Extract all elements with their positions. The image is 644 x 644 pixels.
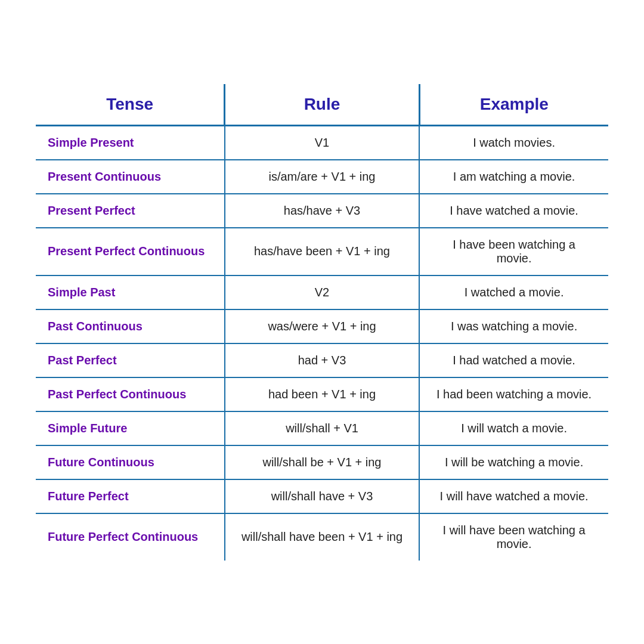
cell-example: I will have watched a movie. xyxy=(419,479,608,513)
header-row: Tense Rule Example xyxy=(36,84,608,126)
table-row: Past Continuouswas/were + V1 + ingI was … xyxy=(36,309,608,343)
cell-tense: Future Continuous xyxy=(36,445,225,479)
table-row: Past Perfecthad + V3I had watched a movi… xyxy=(36,343,608,377)
table-row: Simple PastV2I watched a movie. xyxy=(36,275,608,309)
cell-rule: V1 xyxy=(225,125,419,160)
cell-rule: V2 xyxy=(225,275,419,309)
cell-rule: has/have been + V1 + ing xyxy=(225,228,419,275)
cell-rule: will/shall have + V3 xyxy=(225,479,419,513)
cell-example: I watch movies. xyxy=(419,125,608,160)
header-example: Example xyxy=(419,84,608,126)
cell-rule: had + V3 xyxy=(225,343,419,377)
cell-rule: is/am/are + V1 + ing xyxy=(225,160,419,194)
cell-example: I watched a movie. xyxy=(419,275,608,309)
cell-example: I will watch a movie. xyxy=(419,411,608,445)
cell-tense: Simple Past xyxy=(36,275,225,309)
table-row: Future Perfect Continuouswill/shall have… xyxy=(36,513,608,561)
table-row: Future Continuouswill/shall be + V1 + in… xyxy=(36,445,608,479)
cell-example: I have been watching a movie. xyxy=(419,228,608,275)
table-row: Present Continuousis/am/are + V1 + ingI … xyxy=(36,160,608,194)
table-row: Past Perfect Continuoushad been + V1 + i… xyxy=(36,377,608,411)
cell-rule: will/shall have been + V1 + ing xyxy=(225,513,419,561)
main-container: Tense Rule Example Simple PresentV1I wat… xyxy=(36,84,608,561)
cell-rule: was/were + V1 + ing xyxy=(225,309,419,343)
header-rule: Rule xyxy=(225,84,419,126)
cell-example: I will be watching a movie. xyxy=(419,445,608,479)
cell-example: I have watched a movie. xyxy=(419,194,608,228)
table-row: Future Perfectwill/shall have + V3I will… xyxy=(36,479,608,513)
tense-table: Tense Rule Example Simple PresentV1I wat… xyxy=(36,84,608,561)
cell-tense: Future Perfect Continuous xyxy=(36,513,225,561)
cell-tense: Future Perfect xyxy=(36,479,225,513)
cell-tense: Present Perfect Continuous xyxy=(36,228,225,275)
cell-tense: Present Continuous xyxy=(36,160,225,194)
cell-rule: will/shall be + V1 + ing xyxy=(225,445,419,479)
cell-example: I was watching a movie. xyxy=(419,309,608,343)
cell-rule: had been + V1 + ing xyxy=(225,377,419,411)
cell-example: I will have been watching a movie. xyxy=(419,513,608,561)
cell-tense: Simple Future xyxy=(36,411,225,445)
cell-rule: will/shall + V1 xyxy=(225,411,419,445)
cell-tense: Simple Present xyxy=(36,125,225,160)
table-row: Simple PresentV1I watch movies. xyxy=(36,125,608,160)
table-row: Present Perfect Continuoushas/have been … xyxy=(36,228,608,275)
cell-tense: Past Perfect Continuous xyxy=(36,377,225,411)
cell-tense: Past Continuous xyxy=(36,309,225,343)
cell-rule: has/have + V3 xyxy=(225,194,419,228)
cell-tense: Past Perfect xyxy=(36,343,225,377)
cell-tense: Present Perfect xyxy=(36,194,225,228)
header-tense: Tense xyxy=(36,84,225,126)
cell-example: I had been watching a movie. xyxy=(419,377,608,411)
cell-example: I am watching a movie. xyxy=(419,160,608,194)
table-row: Simple Futurewill/shall + V1I will watch… xyxy=(36,411,608,445)
cell-example: I had watched a movie. xyxy=(419,343,608,377)
table-row: Present Perfecthas/have + V3I have watch… xyxy=(36,194,608,228)
